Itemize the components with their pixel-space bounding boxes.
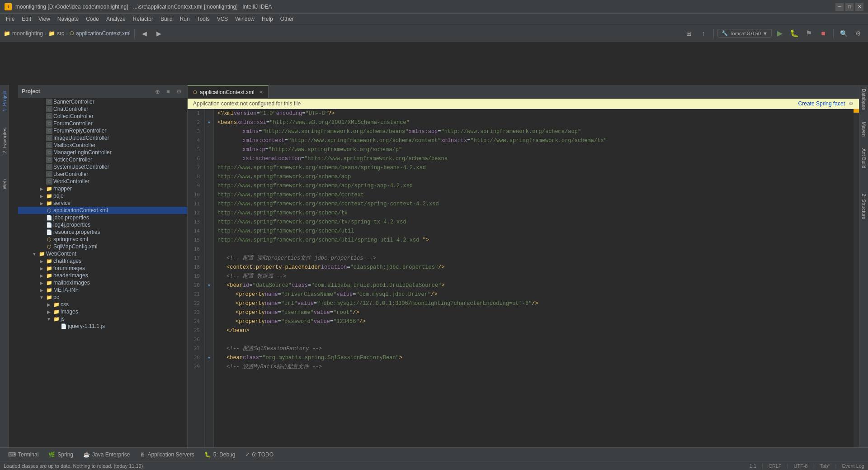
tree-item-user-controller[interactable]: C UserController xyxy=(18,171,187,178)
line-ending[interactable]: CRLF xyxy=(769,463,782,469)
project-name[interactable]: moonlighting xyxy=(12,30,43,37)
coverage-button[interactable]: ⚑ xyxy=(802,27,815,40)
tree-arrow: ▶ xyxy=(38,186,45,191)
tree-item-js[interactable]: ▼ 📁 js xyxy=(18,315,187,323)
tree-item-collect-controller[interactable]: C CollectController xyxy=(18,113,187,120)
sidebar-tab-ant-build[interactable]: Ant Build xyxy=(860,145,868,172)
panel-settings-button[interactable]: ⚙ xyxy=(175,87,184,96)
editor-tab-application-context[interactable]: ⬡ applicationContext.xml ✕ xyxy=(188,85,269,98)
bottom-tab-je-label: Java Enterprise xyxy=(92,451,130,458)
bottom-tab-app-servers[interactable]: 🖥 Application Servers xyxy=(135,450,198,460)
create-spring-facet-link[interactable]: Create Spring facet xyxy=(798,100,845,107)
tree-item-sqlmap[interactable]: ⬡ SqlMapConfig.xml xyxy=(18,243,187,250)
tree-item-image-upload-controller[interactable]: C ImageUploadController xyxy=(18,134,187,142)
tree-item-jdbc-props[interactable]: 📄 jdbc.properties xyxy=(18,214,187,221)
menu-file[interactable]: File xyxy=(2,14,18,24)
tree-item-mailbox-controller[interactable]: C MailboxController xyxy=(18,142,187,149)
gutter-line-2[interactable]: ▼ xyxy=(205,118,213,127)
maximize-button[interactable]: □ xyxy=(845,3,854,11)
bottom-tab-debug[interactable]: 🐛 5: Debug xyxy=(200,450,240,460)
sidebar-tab-project[interactable]: 1: Project xyxy=(0,87,9,115)
tree-item-chat-images[interactable]: ▶ 📁 chatImages xyxy=(18,257,187,265)
tree-item-meta-inf[interactable]: ▶ 📁 META-INF xyxy=(18,286,187,294)
bottom-tab-terminal[interactable]: ⌨ Terminal xyxy=(4,450,43,460)
breadcrumb-src[interactable]: src xyxy=(57,30,64,37)
run-config-arrow: ▼ xyxy=(763,31,768,36)
menu-edit[interactable]: Edit xyxy=(18,14,35,24)
run-config-selector[interactable]: 🔧 Tomcat 8.0.50 ▼ xyxy=(717,29,772,38)
gutter-line-28[interactable]: ▼ xyxy=(205,353,213,362)
menu-vcs[interactable]: VCS xyxy=(213,14,232,24)
tree-item-forum-images[interactable]: ▶ 📁 forumImages xyxy=(18,265,187,272)
menu-view[interactable]: View xyxy=(35,14,54,24)
vcs-button[interactable]: ↑ xyxy=(697,27,710,40)
sidebar-tab-structure[interactable]: 2: Structure xyxy=(860,190,868,223)
layout-button[interactable]: ⊞ xyxy=(683,27,695,40)
run-button[interactable]: ▶ xyxy=(774,27,786,40)
tree-item-pc[interactable]: ▼ 📁 pc xyxy=(18,294,187,301)
tree-item-notice-controller[interactable]: C NoticeController xyxy=(18,156,187,163)
tree-item-system-upset-controller[interactable]: C SystemUpsetController xyxy=(18,163,187,171)
menu-help[interactable]: Help xyxy=(258,14,277,24)
fold-icon-2[interactable]: ▼ xyxy=(207,120,211,125)
tree-item-pojo[interactable]: ▶ 📁 pojo xyxy=(18,192,187,199)
tree-item-mailbox-images[interactable]: ▶ 📁 mailboxImages xyxy=(18,279,187,286)
todo-icon: ✓ xyxy=(245,451,250,458)
menu-refactor[interactable]: Refactor xyxy=(129,14,157,24)
sidebar-tab-favorites[interactable]: 2: Favorites xyxy=(0,124,9,157)
menu-run[interactable]: Run xyxy=(176,14,193,24)
notification-gear-icon[interactable]: ⚙ xyxy=(849,100,854,107)
fold-icon-28[interactable]: ▼ xyxy=(207,356,211,360)
back-button[interactable]: ◀ xyxy=(138,27,151,40)
menu-window[interactable]: Window xyxy=(231,14,258,24)
tree-item-jquery[interactable]: 📄 jquery-1.11.1.js xyxy=(18,323,187,330)
tree-label: chatImages xyxy=(53,258,81,264)
sidebar-tab-web[interactable]: Web xyxy=(0,176,9,193)
tree-item-springmvc[interactable]: ⬡ springmvc.xml xyxy=(18,236,187,243)
menu-code[interactable]: Code xyxy=(82,14,103,24)
indent-indicator[interactable]: Tab* xyxy=(820,463,830,469)
tab-close-button[interactable]: ✕ xyxy=(259,90,263,95)
menu-tools[interactable]: Tools xyxy=(193,14,213,24)
code-line-7: http://www.springframework.org/schema/be… xyxy=(217,163,850,172)
menu-build[interactable]: Build xyxy=(157,14,176,24)
tree-item-log4j-props[interactable]: 📄 log4j.properties xyxy=(18,221,187,228)
tree-item-work-controller[interactable]: C WorkController xyxy=(18,178,187,185)
stop-button[interactable]: ■ xyxy=(817,27,830,40)
minimize-button[interactable]: ─ xyxy=(835,3,844,11)
tree-item-manager-login-controller[interactable]: C ManagerLoginController xyxy=(18,149,187,156)
bottom-tab-spring[interactable]: 🌿 Spring xyxy=(44,450,78,460)
bottom-tab-java-enterprise[interactable]: ☕ Java Enterprise xyxy=(79,450,134,460)
fold-icon-20[interactable]: ▼ xyxy=(207,283,211,288)
bottom-tab-todo[interactable]: ✓ 6: TODO xyxy=(241,450,278,460)
search-button[interactable]: 🔍 xyxy=(837,27,850,40)
event-log-button[interactable]: Event Log xyxy=(842,463,864,469)
panel-sync-button[interactable]: ⊕ xyxy=(153,87,162,96)
tree-item-application-context[interactable]: ⬡ applicationContext.xml xyxy=(18,207,187,214)
menu-navigate[interactable]: Navigate xyxy=(54,14,82,24)
settings-button[interactable]: ⚙ xyxy=(852,27,864,40)
tree-item-forum-controller[interactable]: C ForumController xyxy=(18,120,187,127)
tree-item-service[interactable]: ▶ 📁 service xyxy=(18,199,187,207)
panel-collapse-button[interactable]: ≡ xyxy=(164,87,173,96)
tree-item-forum-reply-controller[interactable]: C ForumReplyController xyxy=(18,127,187,134)
encoding-indicator[interactable]: UTF-8 xyxy=(794,463,808,469)
tree-item-css[interactable]: ▶ 📁 css xyxy=(18,301,187,308)
tree-item-banner-controller[interactable]: C BannerController xyxy=(18,98,187,105)
tree-item-header-images[interactable]: ▶ 📁 headerImages xyxy=(18,272,187,279)
menu-other[interactable]: Other xyxy=(277,14,297,24)
sidebar-tab-maven[interactable]: Maven xyxy=(860,118,868,140)
tree-item-mapper[interactable]: ▶ 📁 mapper xyxy=(18,185,187,192)
debug-button[interactable]: 🐛 xyxy=(788,27,801,40)
right-scroll-gutter[interactable] xyxy=(854,109,859,470)
menu-analyze[interactable]: Analyze xyxy=(103,14,129,24)
tree-item-webcontent[interactable]: ▼ 📁 WebContent xyxy=(18,250,187,257)
sidebar-tab-database[interactable]: Database xyxy=(860,85,868,114)
tree-item-images[interactable]: ▶ 📁 images xyxy=(18,308,187,315)
gutter-line-20[interactable]: ▼ xyxy=(205,281,213,290)
tree-item-resource-props[interactable]: 📄 resource.properties xyxy=(18,228,187,236)
forward-button[interactable]: ▶ xyxy=(153,27,165,40)
code-content[interactable]: <?xml version="1.0" encoding="UTF-8"?> <… xyxy=(214,109,854,470)
tree-item-chat-controller[interactable]: C ChatController xyxy=(18,105,187,113)
close-button[interactable]: ✕ xyxy=(855,3,863,11)
